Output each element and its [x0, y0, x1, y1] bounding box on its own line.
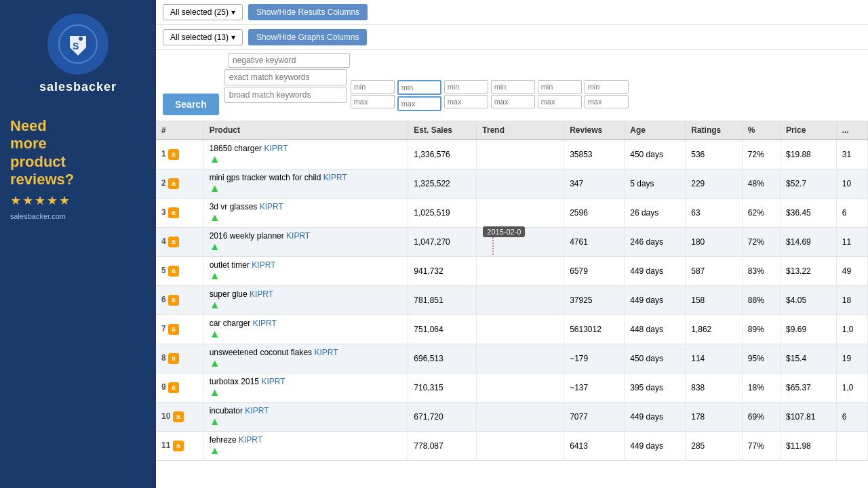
cell-num: 3 a — [156, 199, 203, 228]
cell-chart — [477, 286, 564, 315]
amazon-icon: a — [168, 149, 179, 160]
all-selected-25-dropdown[interactable]: All selected (25) ▾ — [163, 4, 243, 20]
cell-reviews: 4761 — [564, 228, 625, 257]
mm4-max[interactable] — [491, 95, 535, 108]
sidebar-logo-area: S salesbacker — [0, 0, 156, 110]
mm4-min[interactable] — [491, 80, 535, 94]
kiprt-link[interactable]: KIPRT — [245, 406, 269, 415]
trend-up-icon: ▲ — [210, 153, 220, 165]
cell-reviews: 35853 — [564, 140, 625, 169]
mini-chart — [479, 433, 537, 459]
cell-chart — [477, 315, 564, 344]
cell-chart — [477, 432, 564, 461]
cell-price: $36.45 — [781, 199, 837, 228]
cell-product: car charger KIPRT ▲ — [203, 315, 408, 344]
cell-rating: 178 — [686, 403, 743, 432]
kiprt-link[interactable]: KIPRT — [252, 260, 275, 270]
trend-up-icon: ▲ — [210, 415, 220, 427]
cell-rating: 158 — [686, 286, 743, 315]
mm3-min[interactable] — [444, 80, 488, 94]
cell-extra: 6 — [836, 403, 867, 432]
search-area: Search — [156, 50, 868, 121]
mini-chart — [479, 346, 537, 371]
search-button[interactable]: Search — [163, 94, 219, 115]
cell-age: 246 days — [625, 228, 686, 257]
trend-up-icon: ▲ — [210, 211, 220, 223]
cell-age: 449 days — [625, 432, 686, 461]
cell-product: fehreze KIPRT ▲ — [203, 432, 408, 461]
mm5-min[interactable] — [538, 80, 582, 94]
mm2-min[interactable] — [397, 80, 441, 95]
kiprt-link[interactable]: KIPRT — [260, 202, 283, 211]
amazon-icon: a — [168, 295, 179, 306]
sidebar-ad-text: Need more product reviews? — [10, 117, 74, 189]
amazon-icon: a — [168, 207, 179, 218]
amazon-icon: a — [168, 353, 179, 364]
mini-chart — [479, 404, 537, 430]
mm6-min[interactable] — [585, 80, 629, 94]
exact-match-input[interactable] — [224, 69, 347, 85]
cell-sales: 751,064 — [408, 315, 477, 344]
cell-price: $52.7 — [781, 169, 837, 199]
negative-keyword-input[interactable] — [228, 53, 350, 68]
trend-up-icon: ▲ — [210, 241, 220, 252]
cell-product: turbotax 2015 KIPRT ▲ — [203, 373, 408, 403]
cell-pct: 72% — [742, 228, 780, 257]
cell-extra — [836, 432, 867, 461]
cell-reviews: 5613012 — [564, 315, 625, 344]
mm1-max[interactable] — [351, 95, 395, 108]
kiprt-link[interactable]: KIPRT — [239, 435, 262, 445]
cell-price: $14.69 — [781, 228, 837, 257]
kiprt-link[interactable]: KIPRT — [286, 231, 310, 241]
cell-rating: 180 — [686, 228, 743, 257]
kiprt-link[interactable]: KIPRT — [253, 319, 277, 328]
results-table: # Product Est. Sales Trend Reviews Age R… — [156, 121, 868, 461]
mm5-max[interactable] — [538, 95, 582, 108]
kiprt-link[interactable]: KIPRT — [314, 348, 338, 357]
cell-chart: 2015-02-0 — [477, 228, 564, 257]
show-hide-results-button[interactable]: Show/Hide Results Columns — [248, 4, 368, 20]
amazon-icon: a — [173, 441, 184, 451]
amazon-icon: a — [168, 266, 179, 277]
mm2-max[interactable] — [397, 96, 441, 111]
table-header-row: # Product Est. Sales Trend Reviews Age R… — [156, 121, 868, 140]
mini-chart — [479, 287, 537, 313]
cell-chart — [477, 140, 564, 169]
kiprt-link[interactable]: KIPRT — [250, 289, 273, 299]
search-button-col: Search — [163, 69, 219, 115]
svg-point-1 — [79, 37, 83, 41]
kiprt-link[interactable]: KIPRT — [323, 173, 347, 182]
cell-extra: 31 — [836, 140, 867, 169]
cell-reviews: 7077 — [564, 403, 625, 432]
mm1-min[interactable] — [351, 80, 395, 94]
salesbacker-logo-icon: S — [47, 14, 108, 75]
kiprt-link[interactable]: KIPRT — [261, 377, 285, 386]
all-selected-13-dropdown[interactable]: All selected (13) ▾ — [163, 29, 243, 45]
cell-rating: 536 — [686, 140, 743, 169]
show-hide-graphs-button[interactable]: Show/Hide Graphs Columns — [248, 29, 367, 45]
amazon-icon: a — [173, 411, 184, 422]
sidebar-ad[interactable]: Need more product reviews? ★★★★★ salesba… — [0, 110, 156, 488]
cell-product: 18650 charger KIPRT ▲ — [203, 140, 408, 169]
broad-match-input[interactable] — [224, 87, 347, 103]
col-rating: Ratings — [686, 121, 743, 140]
brand-name: salesbacker — [39, 80, 117, 94]
cell-pct: 77% — [742, 432, 780, 461]
mm-col-4 — [491, 69, 535, 111]
cell-chart — [477, 199, 564, 228]
keyword-inputs-row: Search — [163, 69, 861, 115]
col-reviews: Reviews — [564, 121, 625, 140]
cell-sales: 1,047,270 — [408, 228, 477, 257]
mm6-max[interactable] — [585, 95, 629, 108]
cell-sales: 941,732 — [408, 257, 477, 286]
sidebar-ad-url[interactable]: salesbacker.com — [10, 212, 66, 220]
table-row: 2 a mini gps tracker watch for child KIP… — [156, 169, 868, 199]
cell-reviews: 6413 — [564, 432, 625, 461]
cell-age: 449 days — [625, 257, 686, 286]
mm3-max[interactable] — [444, 95, 488, 108]
cell-pct: 69% — [742, 403, 780, 432]
kiprt-link[interactable]: KIPRT — [264, 144, 288, 153]
cell-extra: 18 — [836, 286, 867, 315]
cell-num: 7 a — [156, 315, 203, 344]
cell-num: 5 a — [156, 257, 203, 286]
